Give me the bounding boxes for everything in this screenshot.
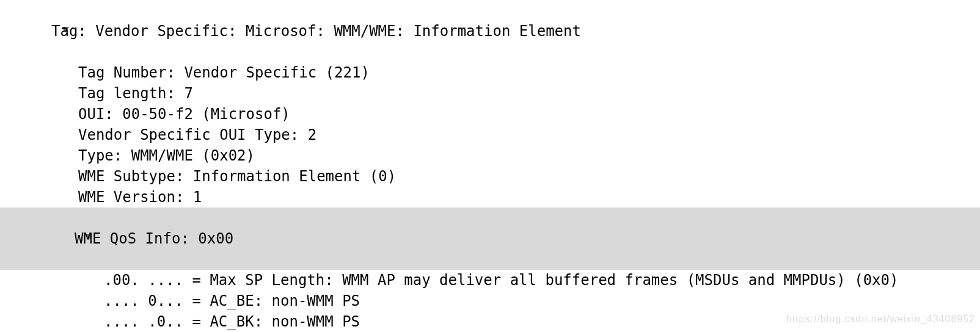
chevron-down-icon[interactable]: [61, 208, 75, 270]
tree-label: Tag: Vendor Specific: Microsof: WMM/WME:…: [51, 21, 581, 42]
tree-row-bitfield[interactable]: .00. .... = Max SP Length: WMM AP may de…: [0, 270, 980, 290]
tree-row[interactable]: Vendor Specific OUI Type: 2: [0, 125, 980, 145]
watermark-text: https://blog.csdn.net/weixin_43408952: [786, 309, 975, 330]
tree-label: WME Version: 1: [78, 187, 202, 208]
tree-row[interactable]: OUI: 00-50-f2 (Microsof): [0, 104, 980, 125]
chevron-down-icon[interactable]: [38, 0, 51, 62]
tree-label: Type: WMM/WME (0x02): [78, 145, 255, 166]
tree-label: WME QoS Info: 0x00: [75, 228, 233, 249]
tree-row[interactable]: WME Subtype: Information Element (0): [0, 166, 980, 187]
tree-label: Tag Number: Vendor Specific (221): [78, 62, 370, 83]
tree-row[interactable]: Type: WMM/WME (0x02): [0, 145, 980, 166]
tree-label: Tag length: 7: [78, 83, 193, 104]
tree-label: WME Subtype: Information Element (0): [78, 166, 396, 187]
tree-row-qos-header[interactable]: WME QoS Info: 0x00: [0, 208, 980, 270]
tree-row[interactable]: WME Version: 1: [0, 187, 980, 208]
tree-label: .... 0... = AC_BE: non-WMM PS: [104, 290, 360, 311]
tree-label: .00. .... = Max SP Length: WMM AP may de…: [104, 270, 898, 290]
tree-label: .... .0.. = AC_BK: non-WMM PS: [104, 311, 360, 332]
tree-row-bitfield[interactable]: .... 0... = AC_BE: non-WMM PS: [0, 290, 980, 311]
tree-row[interactable]: Tag Number: Vendor Specific (221): [0, 62, 980, 83]
tree-row[interactable]: Tag length: 7: [0, 83, 980, 104]
tree-label: Vendor Specific OUI Type: 2: [78, 125, 316, 145]
tree-label: OUI: 00-50-f2 (Microsof): [78, 104, 290, 125]
tree-row-tag-header[interactable]: Tag: Vendor Specific: Microsof: WMM/WME:…: [0, 0, 980, 62]
